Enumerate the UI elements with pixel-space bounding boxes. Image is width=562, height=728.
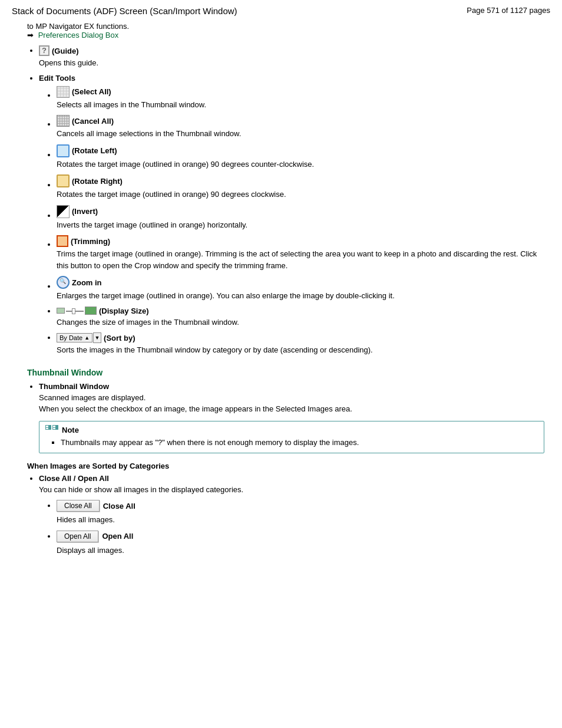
- svg-rect-2: [46, 428, 48, 429]
- thumbnail-window-label: Thumbnail Window: [39, 382, 109, 391]
- cancel-all-label: (Cancel All): [72, 117, 114, 126]
- note-header: Note: [45, 425, 538, 436]
- close-open-all-label: Close All / Open All: [39, 474, 109, 483]
- cancel-all-item: (Cancel All) Cancels all image selection…: [57, 115, 544, 140]
- invert-label: (Invert): [72, 207, 98, 216]
- guide-label: (Guide): [52, 47, 79, 55]
- close-all-item: Close All Close All Hides all images.: [57, 500, 544, 526]
- note-item: Thumbnails may appear as "?" when there …: [61, 438, 538, 447]
- thumbnail-window-item: Thumbnail Window Scanned images are disp…: [39, 382, 544, 453]
- select-all-icon: [57, 86, 70, 98]
- page-number: Page 571 of 1127 pages: [467, 6, 550, 15]
- intro-text: to MP Navigator EX functions.: [27, 22, 544, 31]
- display-size-item: (Display Size) Changes the size of image…: [57, 307, 544, 328]
- close-open-all-desc: You can hide or show all images in the d…: [39, 484, 544, 496]
- main-content: to MP Navigator EX functions. ➡ Preferen…: [0, 19, 562, 572]
- display-size-icon: [57, 307, 97, 315]
- page-header: Stack of Documents (ADF) Screen (Scan/Im…: [0, 0, 562, 19]
- open-all-desc: Displays all images.: [57, 545, 544, 556]
- thumbnail-window-heading: Thumbnail Window: [27, 368, 544, 377]
- rotate-left-desc: Rotates the target image (outlined in or…: [57, 159, 544, 170]
- note-svg-icon: [45, 425, 58, 436]
- rotate-left-icon: [57, 144, 70, 157]
- sort-by-dropdown[interactable]: ▼: [93, 332, 101, 343]
- rotate-right-label: (Rotate Right): [72, 177, 123, 186]
- close-all-desc: Hides all images.: [57, 514, 544, 526]
- close-open-all-item: Close All / Open All You can hide or sho…: [39, 474, 544, 556]
- trimming-desc: Trims the target image (outlined in oran…: [57, 248, 544, 271]
- intro-link-row: ➡ Preferences Dialog Box: [27, 31, 544, 39]
- select-all-item: (Select All) Selects all images in the T…: [57, 86, 544, 111]
- note-title: Note: [62, 426, 79, 434]
- svg-rect-4: [53, 426, 55, 427]
- cancel-all-icon: [57, 115, 70, 127]
- rotate-right-item: (Rotate Right) Rotates the target image …: [57, 174, 544, 200]
- link-arrow-icon: ➡: [27, 31, 34, 39]
- rotate-left-label: (Rotate Left): [72, 146, 117, 155]
- edit-tools-list: (Select All) Selects all images in the T…: [57, 86, 544, 356]
- open-all-label: Open All: [102, 532, 133, 541]
- svg-rect-1: [46, 426, 48, 427]
- page-title: Stack of Documents (ADF) Screen (Scan/Im…: [12, 6, 237, 16]
- trimming-item: (Trimming) Trims the target image (outli…: [57, 235, 544, 271]
- zoom-in-item: 🔍 Zoom in Enlarges the target image (out…: [57, 276, 544, 302]
- cancel-all-desc: Cancels all image selections in the Thum…: [57, 128, 544, 140]
- open-all-item: Open All Open All Displays all images.: [57, 531, 544, 556]
- sort-by-button[interactable]: By Date ▲: [57, 333, 92, 342]
- thumbnail-window-desc: Scanned images are displayed. When you s…: [39, 392, 544, 415]
- intro-label: to MP Navigator EX functions.: [27, 22, 129, 31]
- guide-desc: Opens this guide.: [39, 57, 544, 69]
- rotate-left-item: (Rotate Left) Rotates the target image (…: [57, 144, 544, 170]
- trimming-icon: [57, 235, 68, 247]
- sorted-list: Close All / Open All You can hide or sho…: [39, 474, 544, 556]
- note-icon: [45, 425, 58, 436]
- rotate-right-desc: Rotates the target image (outlined in or…: [57, 189, 544, 200]
- sort-by-text: By Date: [59, 334, 82, 341]
- edit-tools-label: Edit Tools: [39, 74, 75, 83]
- guide-icon: ?: [39, 45, 49, 56]
- sort-by-desc: Sorts the images in the Thumbnail window…: [57, 344, 544, 356]
- zoom-in-desc: Enlarges the target image (outlined in o…: [57, 290, 544, 302]
- zoom-in-icon: 🔍: [57, 276, 70, 289]
- display-size-desc: Changes the size of images in the Thumbn…: [57, 317, 544, 328]
- main-list: ? (Guide) Opens this guide. Edit Tools (…: [39, 45, 544, 356]
- invert-icon: [57, 205, 70, 218]
- note-box: Note Thumbnails may appear as "?" when t…: [39, 421, 544, 453]
- preferences-dialog-link[interactable]: Preferences Dialog Box: [38, 31, 119, 39]
- close-all-label: Close All: [103, 502, 135, 510]
- sort-by-icon: By Date ▲ ▼: [57, 332, 101, 343]
- thumbnail-window-list: Thumbnail Window Scanned images are disp…: [39, 382, 544, 453]
- display-size-label: (Display Size): [99, 307, 149, 315]
- close-open-all-sub-list: Close All Close All Hides all images. Op…: [57, 500, 544, 556]
- svg-rect-5: [53, 428, 55, 429]
- sort-by-arrow-icon: ▲: [84, 335, 90, 341]
- note-list: Thumbnails may appear as "?" when there …: [55, 438, 538, 447]
- select-all-desc: Selects all images in the Thumbnail wind…: [57, 99, 544, 111]
- open-all-button[interactable]: Open All: [57, 531, 98, 542]
- sort-by-label: (Sort by): [104, 334, 135, 342]
- select-all-label: (Select All): [72, 87, 111, 96]
- sort-by-item: By Date ▲ ▼ (Sort by) Sorts the images i…: [57, 332, 544, 356]
- zoom-in-label: Zoom in: [72, 278, 102, 287]
- sorted-section-heading: When Images are Sorted by Categories: [27, 462, 544, 470]
- invert-desc: Inverts the target image (outlined in or…: [57, 219, 544, 231]
- rotate-right-icon: [57, 174, 70, 187]
- edit-tools-item: Edit Tools (Select All) Selects all imag…: [39, 74, 544, 356]
- close-all-button[interactable]: Close All: [57, 500, 100, 512]
- guide-item: ? (Guide) Opens this guide.: [39, 45, 544, 69]
- trimming-label: (Trimming): [71, 237, 110, 246]
- invert-item: (Invert) Inverts the target image (outli…: [57, 205, 544, 231]
